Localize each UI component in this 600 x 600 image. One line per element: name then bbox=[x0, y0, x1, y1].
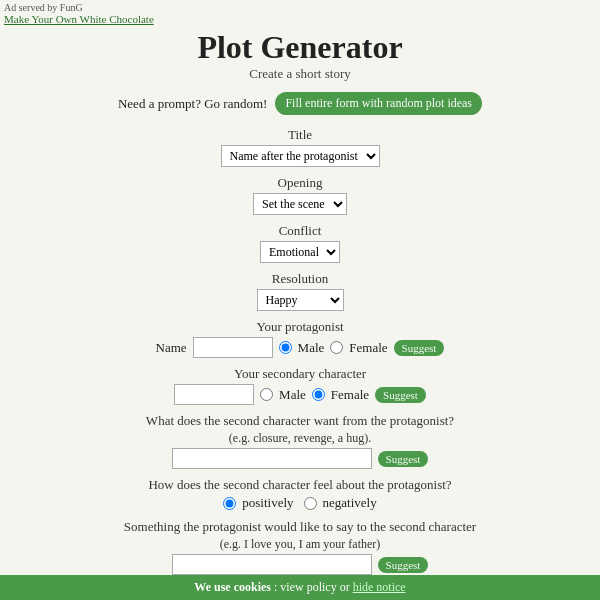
secondary-male-group: Male bbox=[260, 387, 306, 403]
second-want-suggest-button[interactable]: Suggest bbox=[378, 451, 429, 467]
fill-random-button[interactable]: Fill entire form with random plot ideas bbox=[275, 92, 482, 115]
male-label: Male bbox=[298, 340, 325, 356]
conflict-label: Conflict bbox=[20, 223, 580, 239]
protagonist-female-radio[interactable] bbox=[330, 341, 343, 354]
secondary-name-input[interactable] bbox=[174, 384, 254, 405]
second-pos-radio[interactable] bbox=[223, 497, 236, 510]
prot-say-label: Something the protagonist would like to … bbox=[20, 519, 580, 535]
secondary-section: Your secondary character Male Female Sug… bbox=[20, 366, 580, 405]
ad-link[interactable]: Make Your Own White Chocolate bbox=[4, 13, 154, 25]
cookie-bar: We use cookies : view policy or hide not… bbox=[0, 575, 600, 600]
negatively-label: negatively bbox=[323, 495, 377, 511]
protagonist-suggest-button[interactable]: Suggest bbox=[394, 340, 445, 356]
prot-say-desc: (e.g. I love you, I am your father) bbox=[20, 537, 580, 552]
secondary-female-label: Female bbox=[331, 387, 369, 403]
positively-label: positively bbox=[242, 495, 293, 511]
name-label: Name bbox=[156, 340, 187, 356]
second-neg-group: negatively bbox=[304, 495, 377, 511]
conflict-row: Emotional Physical Moral bbox=[20, 241, 580, 263]
opening-label: Opening bbox=[20, 175, 580, 191]
protagonist-male-radio[interactable] bbox=[279, 341, 292, 354]
secondary-female-group: Female bbox=[312, 387, 369, 403]
secondary-male-radio[interactable] bbox=[260, 388, 273, 401]
prot-say-row: Suggest bbox=[20, 554, 580, 575]
main-content: Plot Generator Create a short story Need… bbox=[0, 29, 600, 600]
second-want-section: What does the second character want from… bbox=[20, 413, 580, 469]
second-want-row: Suggest bbox=[20, 448, 580, 469]
second-feel-row: positively negatively bbox=[20, 495, 580, 511]
random-prompt-text: Need a prompt? Go random! bbox=[118, 96, 267, 112]
second-want-input[interactable] bbox=[172, 448, 372, 469]
secondary-suggest-button[interactable]: Suggest bbox=[375, 387, 426, 403]
prot-say-section: Something the protagonist would like to … bbox=[20, 519, 580, 575]
female-radio-group: Female bbox=[330, 340, 387, 356]
resolution-label: Resolution bbox=[20, 271, 580, 287]
cookie-middle: : view policy or bbox=[274, 580, 350, 594]
opening-select[interactable]: Set the scene In medias res Flashback bbox=[253, 193, 347, 215]
second-feel-label: How does the second character feel about… bbox=[20, 477, 580, 493]
protagonist-label: Your protagonist bbox=[20, 319, 580, 335]
title-select[interactable]: Name after the protagonist Random title … bbox=[221, 145, 380, 167]
random-row: Need a prompt? Go random! Fill entire fo… bbox=[20, 92, 580, 115]
protagonist-section: Your protagonist Name Male Female Sugges… bbox=[20, 319, 580, 358]
second-want-desc: (e.g. closure, revenge, a hug). bbox=[20, 431, 580, 446]
second-feel-section: How does the second character feel about… bbox=[20, 477, 580, 511]
title-row: Name after the protagonist Random title … bbox=[20, 145, 580, 167]
protagonist-row: Name Male Female Suggest bbox=[20, 337, 580, 358]
page-title: Plot Generator bbox=[20, 29, 580, 66]
page-subtitle: Create a short story bbox=[20, 66, 580, 82]
hide-notice-link[interactable]: hide notice bbox=[353, 580, 406, 594]
conflict-select[interactable]: Emotional Physical Moral bbox=[260, 241, 340, 263]
prot-say-input[interactable] bbox=[172, 554, 372, 575]
cookie-text: We use cookies bbox=[194, 580, 271, 594]
ad-bar: Ad served by FunG Make Your Own White Ch… bbox=[0, 0, 600, 27]
conflict-section: Conflict Emotional Physical Moral bbox=[20, 223, 580, 263]
secondary-female-radio[interactable] bbox=[312, 388, 325, 401]
second-neg-radio[interactable] bbox=[304, 497, 317, 510]
secondary-male-label: Male bbox=[279, 387, 306, 403]
resolution-row: Happy Sad Ambiguous bbox=[20, 289, 580, 311]
secondary-row: Male Female Suggest bbox=[20, 384, 580, 405]
resolution-select[interactable]: Happy Sad Ambiguous bbox=[257, 289, 344, 311]
prot-say-suggest-button[interactable]: Suggest bbox=[378, 557, 429, 573]
ad-served: Ad served by FunG bbox=[4, 2, 83, 13]
title-section: Title Name after the protagonist Random … bbox=[20, 127, 580, 167]
title-label: Title bbox=[20, 127, 580, 143]
opening-row: Set the scene In medias res Flashback bbox=[20, 193, 580, 215]
second-pos-group: positively bbox=[223, 495, 293, 511]
protagonist-name-input[interactable] bbox=[193, 337, 273, 358]
male-radio-group: Male bbox=[279, 340, 325, 356]
resolution-section: Resolution Happy Sad Ambiguous bbox=[20, 271, 580, 311]
female-label: Female bbox=[349, 340, 387, 356]
second-want-label: What does the second character want from… bbox=[20, 413, 580, 429]
opening-section: Opening Set the scene In medias res Flas… bbox=[20, 175, 580, 215]
secondary-label: Your secondary character bbox=[20, 366, 580, 382]
